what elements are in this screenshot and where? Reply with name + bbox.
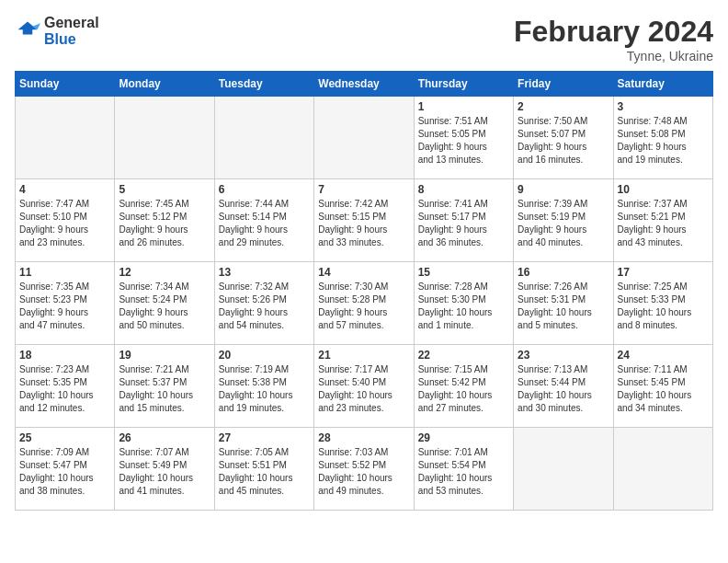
day-info: Sunrise: 7:15 AM Sunset: 5:42 PM Dayligh… bbox=[418, 363, 509, 415]
calendar-cell: 11Sunrise: 7:35 AM Sunset: 5:23 PM Dayli… bbox=[16, 262, 115, 345]
day-number: 17 bbox=[618, 266, 709, 279]
calendar-cell: 1Sunrise: 7:51 AM Sunset: 5:05 PM Daylig… bbox=[414, 97, 513, 179]
day-number: 1 bbox=[418, 100, 509, 113]
calendar-cell: 3Sunrise: 7:48 AM Sunset: 5:08 PM Daylig… bbox=[613, 97, 712, 179]
calendar-cell: 2Sunrise: 7:50 AM Sunset: 5:07 PM Daylig… bbox=[514, 97, 613, 179]
day-number: 15 bbox=[418, 266, 509, 279]
day-info: Sunrise: 7:45 AM Sunset: 5:12 PM Dayligh… bbox=[119, 198, 210, 249]
day-info: Sunrise: 7:50 AM Sunset: 5:07 PM Dayligh… bbox=[518, 115, 609, 167]
day-number: 11 bbox=[19, 266, 110, 279]
day-number: 18 bbox=[19, 349, 110, 362]
day-number: 9 bbox=[518, 183, 609, 196]
day-info: Sunrise: 7:07 AM Sunset: 5:49 PM Dayligh… bbox=[119, 446, 210, 498]
calendar-week-row: 1Sunrise: 7:51 AM Sunset: 5:05 PM Daylig… bbox=[16, 97, 713, 179]
weekday-header: Monday bbox=[115, 72, 214, 97]
day-number: 29 bbox=[418, 431, 509, 444]
calendar-week-row: 4Sunrise: 7:47 AM Sunset: 5:10 PM Daylig… bbox=[16, 179, 713, 262]
day-number: 22 bbox=[418, 349, 509, 362]
day-number: 6 bbox=[219, 183, 310, 196]
weekday-header: Sunday bbox=[16, 72, 115, 97]
calendar-cell: 6Sunrise: 7:44 AM Sunset: 5:14 PM Daylig… bbox=[214, 179, 313, 262]
day-info: Sunrise: 7:23 AM Sunset: 5:35 PM Dayligh… bbox=[19, 363, 110, 415]
day-info: Sunrise: 7:03 AM Sunset: 5:52 PM Dayligh… bbox=[318, 446, 409, 498]
calendar-cell: 28Sunrise: 7:03 AM Sunset: 5:52 PM Dayli… bbox=[314, 428, 414, 511]
calendar-cell: 23Sunrise: 7:13 AM Sunset: 5:44 PM Dayli… bbox=[514, 345, 613, 428]
weekday-header: Wednesday bbox=[314, 72, 414, 97]
calendar-cell: 9Sunrise: 7:39 AM Sunset: 5:19 PM Daylig… bbox=[514, 179, 613, 262]
day-number: 8 bbox=[418, 183, 509, 196]
calendar-cell: 19Sunrise: 7:21 AM Sunset: 5:37 PM Dayli… bbox=[115, 345, 214, 428]
weekday-header: Saturday bbox=[613, 72, 712, 97]
location-subtitle: Tynne, Ukraine bbox=[514, 49, 713, 63]
day-info: Sunrise: 7:11 AM Sunset: 5:45 PM Dayligh… bbox=[618, 363, 709, 415]
calendar-cell: 27Sunrise: 7:05 AM Sunset: 5:51 PM Dayli… bbox=[214, 428, 313, 511]
day-number: 4 bbox=[19, 183, 110, 196]
title-block: February 2024 Tynne, Ukraine bbox=[514, 15, 713, 63]
svg-marker-0 bbox=[18, 22, 38, 35]
calendar-week-row: 25Sunrise: 7:09 AM Sunset: 5:47 PM Dayli… bbox=[16, 428, 713, 511]
day-number: 24 bbox=[618, 349, 709, 362]
calendar-cell: 21Sunrise: 7:17 AM Sunset: 5:40 PM Dayli… bbox=[314, 345, 414, 428]
calendar-cell: 16Sunrise: 7:26 AM Sunset: 5:31 PM Dayli… bbox=[514, 262, 613, 345]
day-info: Sunrise: 7:28 AM Sunset: 5:30 PM Dayligh… bbox=[418, 281, 509, 332]
day-info: Sunrise: 7:13 AM Sunset: 5:44 PM Dayligh… bbox=[518, 363, 609, 415]
day-number: 7 bbox=[318, 183, 409, 196]
day-info: Sunrise: 7:35 AM Sunset: 5:23 PM Dayligh… bbox=[19, 281, 110, 332]
day-number: 14 bbox=[318, 266, 409, 279]
day-info: Sunrise: 7:05 AM Sunset: 5:51 PM Dayligh… bbox=[219, 446, 310, 498]
day-number: 3 bbox=[618, 100, 709, 113]
calendar-cell: 25Sunrise: 7:09 AM Sunset: 5:47 PM Dayli… bbox=[16, 428, 115, 511]
day-number: 12 bbox=[119, 266, 210, 279]
day-info: Sunrise: 7:32 AM Sunset: 5:26 PM Dayligh… bbox=[219, 281, 310, 332]
calendar-cell: 13Sunrise: 7:32 AM Sunset: 5:26 PM Dayli… bbox=[214, 262, 313, 345]
day-number: 28 bbox=[318, 431, 409, 444]
day-number: 25 bbox=[19, 431, 110, 444]
day-info: Sunrise: 7:48 AM Sunset: 5:08 PM Dayligh… bbox=[618, 115, 709, 167]
weekday-header-row: SundayMondayTuesdayWednesdayThursdayFrid… bbox=[16, 72, 713, 97]
calendar-week-row: 18Sunrise: 7:23 AM Sunset: 5:35 PM Dayli… bbox=[16, 345, 713, 428]
calendar-week-row: 11Sunrise: 7:35 AM Sunset: 5:23 PM Dayli… bbox=[16, 262, 713, 345]
day-info: Sunrise: 7:21 AM Sunset: 5:37 PM Dayligh… bbox=[119, 363, 210, 415]
day-info: Sunrise: 7:34 AM Sunset: 5:24 PM Dayligh… bbox=[119, 281, 210, 332]
day-number: 2 bbox=[518, 100, 609, 113]
weekday-header: Tuesday bbox=[214, 72, 313, 97]
day-number: 13 bbox=[219, 266, 310, 279]
day-info: Sunrise: 7:51 AM Sunset: 5:05 PM Dayligh… bbox=[418, 115, 509, 167]
day-number: 21 bbox=[318, 349, 409, 362]
day-number: 16 bbox=[518, 266, 609, 279]
calendar-cell: 29Sunrise: 7:01 AM Sunset: 5:54 PM Dayli… bbox=[414, 428, 513, 511]
logo-text-line2: Blue bbox=[44, 31, 99, 48]
weekday-header: Friday bbox=[514, 72, 613, 97]
day-info: Sunrise: 7:47 AM Sunset: 5:10 PM Dayligh… bbox=[19, 198, 110, 249]
calendar-cell: 22Sunrise: 7:15 AM Sunset: 5:42 PM Dayli… bbox=[414, 345, 513, 428]
calendar-cell: 26Sunrise: 7:07 AM Sunset: 5:49 PM Dayli… bbox=[115, 428, 214, 511]
calendar-cell: 5Sunrise: 7:45 AM Sunset: 5:12 PM Daylig… bbox=[115, 179, 214, 262]
calendar-table: SundayMondayTuesdayWednesdayThursdayFrid… bbox=[15, 71, 713, 511]
calendar-cell: 4Sunrise: 7:47 AM Sunset: 5:10 PM Daylig… bbox=[16, 179, 115, 262]
calendar-cell bbox=[613, 428, 712, 511]
calendar-cell: 20Sunrise: 7:19 AM Sunset: 5:38 PM Dayli… bbox=[214, 345, 313, 428]
calendar-cell bbox=[115, 97, 214, 179]
logo: General Blue bbox=[15, 15, 99, 48]
day-number: 27 bbox=[219, 431, 310, 444]
day-info: Sunrise: 7:17 AM Sunset: 5:40 PM Dayligh… bbox=[318, 363, 409, 415]
calendar-cell: 8Sunrise: 7:41 AM Sunset: 5:17 PM Daylig… bbox=[414, 179, 513, 262]
day-info: Sunrise: 7:25 AM Sunset: 5:33 PM Dayligh… bbox=[618, 281, 709, 332]
calendar-cell bbox=[514, 428, 613, 511]
calendar-cell: 18Sunrise: 7:23 AM Sunset: 5:35 PM Dayli… bbox=[16, 345, 115, 428]
day-number: 23 bbox=[518, 349, 609, 362]
day-number: 10 bbox=[618, 183, 709, 196]
day-info: Sunrise: 7:37 AM Sunset: 5:21 PM Dayligh… bbox=[618, 198, 709, 249]
page-header: General Blue February 2024 Tynne, Ukrain… bbox=[15, 15, 713, 63]
calendar-cell: 10Sunrise: 7:37 AM Sunset: 5:21 PM Dayli… bbox=[613, 179, 712, 262]
day-info: Sunrise: 7:39 AM Sunset: 5:19 PM Dayligh… bbox=[518, 198, 609, 249]
day-info: Sunrise: 7:41 AM Sunset: 5:17 PM Dayligh… bbox=[418, 198, 509, 249]
calendar-cell: 17Sunrise: 7:25 AM Sunset: 5:33 PM Dayli… bbox=[613, 262, 712, 345]
calendar-cell: 15Sunrise: 7:28 AM Sunset: 5:30 PM Dayli… bbox=[414, 262, 513, 345]
day-info: Sunrise: 7:42 AM Sunset: 5:15 PM Dayligh… bbox=[318, 198, 409, 249]
day-info: Sunrise: 7:09 AM Sunset: 5:47 PM Dayligh… bbox=[19, 446, 110, 498]
calendar-cell: 7Sunrise: 7:42 AM Sunset: 5:15 PM Daylig… bbox=[314, 179, 414, 262]
calendar-cell: 12Sunrise: 7:34 AM Sunset: 5:24 PM Dayli… bbox=[115, 262, 214, 345]
calendar-cell bbox=[214, 97, 313, 179]
day-info: Sunrise: 7:30 AM Sunset: 5:28 PM Dayligh… bbox=[318, 281, 409, 332]
